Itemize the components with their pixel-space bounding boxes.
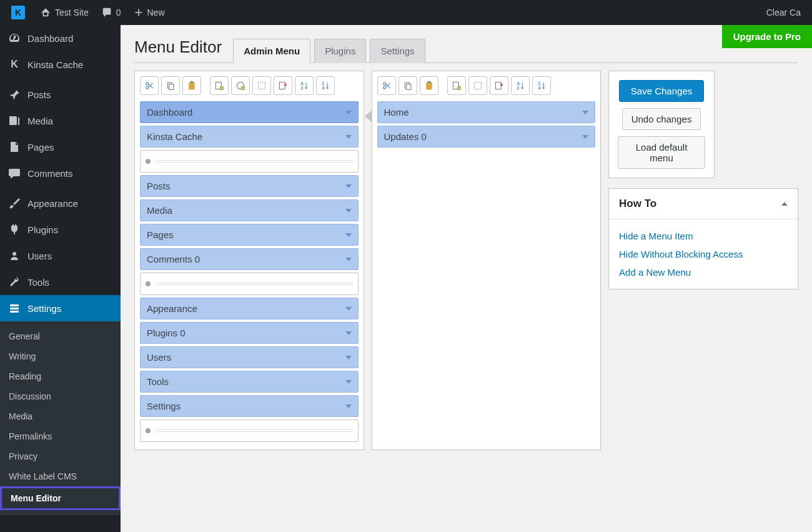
chevron-down-icon[interactable] — [582, 135, 588, 139]
submenu-reading[interactable]: Reading — [0, 366, 121, 386]
copy-button[interactable] — [161, 76, 180, 95]
sidebar-item-appearance[interactable]: Appearance — [0, 190, 121, 216]
svg-point-0 — [12, 252, 16, 256]
comments-icon — [7, 166, 21, 180]
sidebar-item-plugins[interactable]: Plugins — [0, 216, 121, 243]
submenu-privacy[interactable]: Privacy — [0, 446, 121, 466]
paste-button[interactable] — [182, 76, 201, 95]
cut-button[interactable] — [140, 76, 159, 95]
sidebar-item-pages[interactable]: Pages — [0, 134, 121, 160]
chevron-down-icon[interactable] — [345, 209, 352, 213]
save-button[interactable]: Save Changes — [619, 80, 704, 102]
chevron-down-icon[interactable] — [345, 331, 352, 335]
show-hide-button[interactable] — [468, 76, 487, 95]
chevron-down-icon[interactable] — [345, 111, 352, 114]
cut-button[interactable] — [377, 76, 396, 95]
delete-button[interactable] — [490, 76, 508, 95]
delete-button[interactable] — [274, 76, 292, 95]
sidebar-item-users[interactable]: Users — [0, 243, 121, 269]
menu-separator[interactable] — [140, 273, 359, 295]
tab-plugins[interactable]: Plugins — [314, 39, 366, 63]
sort-desc-button[interactable]: ZA — [316, 76, 335, 95]
copy-button[interactable] — [399, 76, 417, 95]
new-separator-button[interactable] — [231, 76, 250, 95]
submenu-writing[interactable]: Writing — [0, 346, 121, 366]
chevron-down-icon[interactable] — [345, 135, 352, 139]
menu-item-row[interactable]: Posts — [140, 175, 359, 197]
chevron-down-icon[interactable] — [345, 233, 352, 237]
menu-item-row[interactable]: Media — [140, 199, 359, 221]
collapse-icon[interactable] — [781, 202, 788, 206]
plus-icon — [134, 8, 144, 18]
sidebar-item-settings[interactable]: Settings — [0, 295, 121, 321]
new-item-button[interactable] — [447, 76, 466, 95]
site-home-link[interactable]: Test Site — [34, 0, 95, 25]
svg-text:Z: Z — [300, 86, 303, 90]
submenu-discussion[interactable]: Discussion — [0, 386, 121, 406]
howto-link[interactable]: Add a New Menu — [619, 263, 788, 281]
chevron-down-icon[interactable] — [345, 380, 352, 384]
menu-item-label: Media — [147, 205, 172, 216]
menu-separator[interactable] — [140, 150, 359, 173]
howto-link[interactable]: Hide Without Blocking Access — [619, 245, 788, 263]
sidebar-label: Tools — [27, 277, 49, 288]
menu-item-row[interactable]: Comments 0 — [140, 248, 359, 270]
sort-asc-button[interactable]: AZ — [511, 76, 530, 95]
tab-admin-menu[interactable]: Admin Menu — [233, 39, 310, 63]
menu-item-label: Pages — [147, 229, 174, 240]
howto-title: How To — [619, 198, 656, 210]
svg-point-4 — [11, 304, 14, 307]
svg-rect-27 — [426, 82, 432, 89]
sort-asc-button[interactable]: AZ — [295, 76, 314, 95]
menu-item-row[interactable]: Settings — [140, 395, 359, 417]
submenu-menueditor[interactable]: Menu Editor — [0, 486, 121, 510]
sidebar-item-kinsta[interactable]: K Kinsta Cache — [0, 51, 121, 78]
menu-item-row[interactable]: Dashboard — [140, 101, 359, 123]
chevron-down-icon[interactable] — [345, 258, 352, 261]
load-default-button[interactable]: Load default menu — [618, 136, 705, 169]
submenu-item-row[interactable]: Updates 0 — [377, 126, 596, 148]
page-header: Menu Editor Admin Menu Plugins Settings — [134, 38, 798, 63]
page-title: Menu Editor — [134, 38, 222, 63]
chevron-down-icon[interactable] — [345, 404, 352, 408]
menu-item-label: Plugins 0 — [147, 328, 186, 338]
menu-item-row[interactable]: Pages — [140, 224, 359, 246]
undo-button[interactable]: Undo changes — [622, 108, 701, 130]
tab-settings[interactable]: Settings — [370, 39, 425, 63]
sidebar-item-posts[interactable]: Posts — [0, 81, 121, 108]
submenu-permalinks[interactable]: Permalinks — [0, 426, 121, 446]
menu-item-row[interactable]: Tools — [140, 371, 359, 393]
menu-item-row[interactable]: Appearance — [140, 298, 359, 319]
chevron-down-icon[interactable] — [582, 111, 588, 114]
sidebar-item-comments[interactable]: Comments — [0, 160, 121, 186]
menu-item-row[interactable]: Plugins 0 — [140, 322, 359, 344]
menu-item-label: Comments 0 — [147, 254, 200, 264]
grip-icon — [146, 281, 151, 286]
submenu-item-row[interactable]: Home — [377, 101, 596, 123]
chevron-down-icon[interactable] — [345, 307, 352, 311]
sidebar-label: Pages — [27, 142, 54, 153]
sidebar-item-media[interactable]: Media — [0, 108, 121, 134]
sort-desc-button[interactable]: ZA — [532, 76, 551, 95]
menu-item-label: Users — [147, 352, 171, 363]
paste-button[interactable] — [420, 76, 438, 95]
sidebar-item-tools[interactable]: Tools — [0, 269, 121, 295]
submenu-general[interactable]: General — [0, 326, 121, 346]
kinsta-logo[interactable]: K — [5, 0, 34, 25]
new-menu-button[interactable] — [210, 76, 229, 95]
sidebar-label: Appearance — [27, 198, 78, 209]
show-hide-button[interactable] — [252, 76, 271, 95]
clear-cache-link[interactable]: Clear Ca — [760, 8, 807, 18]
submenu-media[interactable]: Media — [0, 406, 121, 426]
menu-item-row[interactable]: Kinsta Cache — [140, 126, 359, 148]
sidebar-item-dashboard[interactable]: Dashboard — [0, 25, 121, 51]
howto-link[interactable]: Hide a Menu Item — [619, 227, 788, 245]
menu-item-row[interactable]: Users — [140, 346, 359, 368]
chevron-down-icon[interactable] — [345, 356, 352, 359]
upgrade-button[interactable]: Upgrade to Pro — [722, 25, 812, 48]
new-content-link[interactable]: New — [127, 0, 171, 25]
comments-link[interactable]: 0 — [95, 0, 127, 25]
submenu-whitelabel[interactable]: White Label CMS — [0, 466, 121, 486]
menu-separator[interactable] — [140, 419, 359, 442]
chevron-down-icon[interactable] — [345, 184, 352, 188]
